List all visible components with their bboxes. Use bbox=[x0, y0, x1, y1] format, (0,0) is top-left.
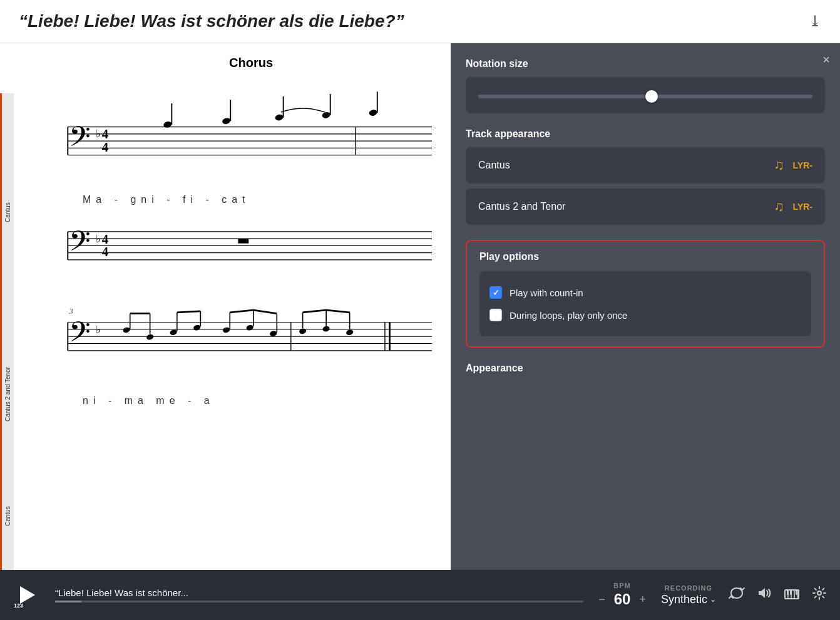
close-button[interactable]: × bbox=[822, 53, 830, 66]
track-icons-cantus: ♫ LYR- bbox=[774, 157, 812, 173]
svg-text:3: 3 bbox=[68, 306, 73, 316]
svg-point-14 bbox=[275, 113, 284, 121]
settings-icon[interactable] bbox=[811, 585, 827, 605]
svg-rect-78 bbox=[790, 590, 792, 595]
svg-point-60 bbox=[299, 328, 307, 334]
track-icons-cantus2-tenor: ♫ LYR- bbox=[774, 199, 812, 215]
svg-point-57 bbox=[269, 330, 277, 337]
svg-line-59 bbox=[254, 310, 277, 314]
svg-text:4: 4 bbox=[102, 127, 108, 141]
notation-content: Chorus 𝄢 4 4 ♭ bbox=[14, 43, 451, 570]
volume-icon[interactable] bbox=[756, 585, 772, 605]
svg-text:𝄢: 𝄢 bbox=[69, 317, 91, 354]
lyr-badge-cantus2[interactable]: LYR- bbox=[793, 202, 812, 212]
progress-fill bbox=[55, 601, 81, 602]
right-panel: × Notation size Track appearance Cantus … bbox=[451, 43, 840, 570]
svg-marker-71 bbox=[759, 588, 765, 598]
progress-track[interactable] bbox=[55, 601, 583, 602]
chorus-title: Chorus bbox=[70, 56, 432, 70]
track-label-cantus2-tenor: Cantus 2 and Tenor bbox=[0, 331, 14, 457]
play-options-section: Play options Play with count-in During l… bbox=[466, 240, 825, 348]
svg-text:𝄢: 𝄢 bbox=[69, 226, 91, 264]
collapse-icon[interactable]: ⤓ bbox=[809, 13, 821, 30]
page-title: “Liebe! Liebe! Was ist schöner als die L… bbox=[19, 11, 404, 31]
play-options-title: Play options bbox=[479, 251, 811, 262]
staff-2: 𝄢 4 4 ♭ bbox=[33, 212, 432, 287]
lyr-badge-cantus[interactable]: LYR- bbox=[793, 160, 812, 170]
notation-area: Cantus Cantus 2 and Tenor Cantus Chorus bbox=[0, 43, 451, 570]
bpm-section: BPM − 60 + bbox=[596, 582, 648, 608]
lyrics-line-1: Ma - gni - fi - cat bbox=[83, 194, 432, 205]
svg-text:4: 4 bbox=[102, 245, 108, 259]
song-title: “Liebe! Liebe! Was ist schöner... bbox=[55, 587, 583, 598]
play-button[interactable]: 123 bbox=[13, 580, 43, 610]
track-appearance-label: Track appearance bbox=[466, 128, 825, 140]
loop-icon[interactable] bbox=[729, 585, 745, 605]
svg-line-64 bbox=[303, 310, 327, 313]
track-list: Cantus ♫ LYR- Cantus 2 and Tenor ♫ LYR- bbox=[466, 147, 825, 225]
svg-point-65 bbox=[346, 329, 354, 336]
svg-point-41 bbox=[123, 326, 131, 333]
svg-text:𝄢: 𝄢 bbox=[69, 121, 91, 159]
svg-point-52 bbox=[222, 326, 230, 333]
svg-line-56 bbox=[230, 310, 254, 313]
bpm-label: BPM bbox=[613, 582, 630, 589]
recording-text: Synthetic bbox=[661, 593, 707, 606]
play-triangle-icon bbox=[20, 586, 35, 604]
svg-text:♭: ♭ bbox=[96, 233, 101, 245]
track-name-cantus2-tenor: Cantus 2 and Tenor bbox=[478, 201, 565, 212]
svg-point-16 bbox=[322, 111, 331, 119]
track-name-cantus: Cantus bbox=[478, 160, 510, 171]
chevron-down-icon: ⌄ bbox=[710, 595, 716, 604]
svg-point-80 bbox=[817, 591, 821, 595]
svg-point-48 bbox=[193, 324, 201, 331]
svg-rect-77 bbox=[787, 590, 789, 595]
option-label-loops: During loops, play only once bbox=[510, 310, 627, 321]
music-note-icon-cantus[interactable]: ♫ bbox=[774, 157, 784, 173]
track-item-cantus2-tenor: Cantus 2 and Tenor ♫ LYR- bbox=[466, 189, 825, 225]
svg-text:4: 4 bbox=[102, 140, 108, 154]
track-item-cantus: Cantus ♫ LYR- bbox=[466, 147, 825, 183]
option-label-count-in: Play with count-in bbox=[510, 287, 583, 298]
main-area: Cantus Cantus 2 and Tenor Cantus Chorus bbox=[0, 43, 840, 570]
svg-text:♭: ♭ bbox=[96, 128, 101, 140]
piano-icon[interactable] bbox=[784, 585, 800, 605]
svg-point-43 bbox=[146, 334, 154, 341]
svg-point-10 bbox=[163, 121, 172, 128]
header: “Liebe! Liebe! Was ist schöner als die L… bbox=[0, 0, 840, 43]
track-label-cantus-1: Cantus bbox=[0, 93, 14, 331]
play-number: 123 bbox=[14, 602, 23, 609]
option-row-count-in: Play with count-in bbox=[489, 281, 801, 304]
recording-section: RECORDING Synthetic ⌄ bbox=[661, 584, 716, 606]
appearance-label: Appearance bbox=[466, 363, 825, 374]
bottom-bar: 123 “Liebe! Liebe! Was ist schöner... BP… bbox=[0, 570, 840, 620]
checkbox-loops[interactable] bbox=[489, 309, 502, 321]
svg-text:4: 4 bbox=[102, 232, 108, 246]
notation-size-slider[interactable] bbox=[478, 95, 812, 98]
checkbox-count-in[interactable] bbox=[489, 286, 502, 299]
staff-3: 3 𝄢 ♭ bbox=[33, 299, 432, 399]
music-note-icon-cantus2[interactable]: ♫ bbox=[774, 199, 784, 215]
staff-1: 𝄢 4 4 ♭ bbox=[33, 76, 432, 189]
bpm-minus-button[interactable]: − bbox=[596, 593, 608, 606]
svg-point-54 bbox=[246, 324, 254, 331]
svg-point-46 bbox=[170, 329, 178, 336]
bpm-plus-button[interactable]: + bbox=[637, 593, 648, 606]
svg-point-18 bbox=[369, 109, 378, 116]
notation-size-label: Notation size bbox=[466, 58, 825, 70]
svg-point-62 bbox=[322, 326, 330, 333]
svg-rect-31 bbox=[238, 239, 248, 244]
svg-text:♭: ♭ bbox=[96, 324, 101, 336]
bottom-icons bbox=[729, 585, 827, 605]
notation-size-slider-container bbox=[466, 77, 825, 113]
svg-point-12 bbox=[222, 117, 231, 125]
svg-rect-79 bbox=[796, 590, 797, 595]
bpm-value: 60 bbox=[614, 591, 631, 608]
recording-dropdown[interactable]: Synthetic ⌄ bbox=[661, 593, 716, 606]
song-progress: “Liebe! Liebe! Was ist schöner... bbox=[55, 587, 583, 602]
svg-line-67 bbox=[326, 310, 350, 313]
option-row-loops: During loops, play only once bbox=[489, 304, 801, 326]
track-label-cantus-3: Cantus bbox=[0, 453, 14, 570]
bpm-controls: − 60 + bbox=[596, 591, 648, 608]
options-box: Play with count-in During loops, play on… bbox=[479, 271, 811, 336]
